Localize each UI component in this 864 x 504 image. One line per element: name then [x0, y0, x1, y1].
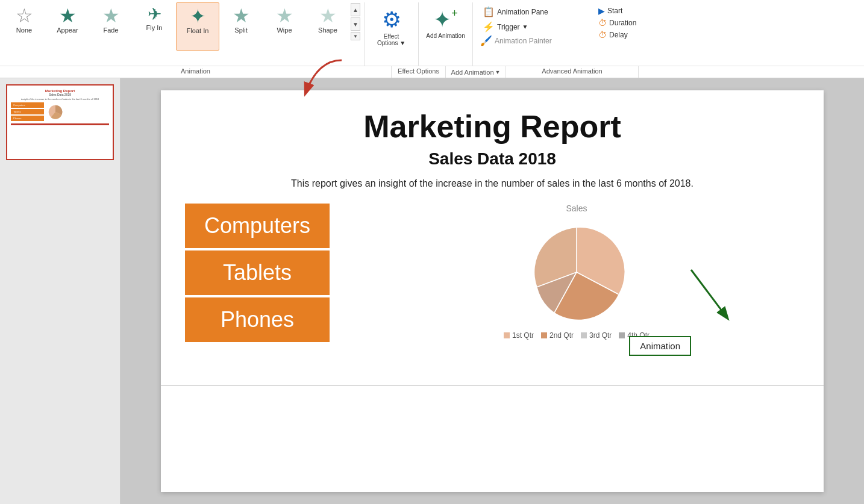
trigger-label: Trigger	[497, 23, 520, 31]
animation-painter-button[interactable]: 🖌️ Animation Painter	[480, 35, 552, 46]
slide-thumbnail[interactable]: Marketing Report Sales Data 2018 insight…	[6, 84, 114, 160]
wipe-icon: ★	[276, 6, 293, 25]
painter-icon: 🖌️	[480, 35, 492, 46]
legend-2nd-qtr-dot	[541, 332, 547, 338]
slide-subtitle: Sales Data 2018	[185, 149, 800, 169]
animation-fade[interactable]: ★ Fade	[89, 2, 133, 51]
fade-label: Fade	[103, 26, 118, 34]
advanced-animation-bottom-label: Advanced Animation	[506, 66, 639, 78]
split-icon: ★	[233, 6, 250, 25]
effect-options-bottom-label: Effect Options	[392, 66, 446, 78]
animation-shape[interactable]: ★ Shape	[306, 2, 349, 51]
slide-body: Computers Tablets Phones Sales Animation	[185, 204, 800, 342]
animation-float-in[interactable]: ✦ Float In	[176, 2, 219, 51]
appear-icon: ★	[59, 6, 77, 25]
duration-control[interactable]: ⏱ Duration	[598, 17, 661, 29]
thumb-box-phones: Phones	[11, 116, 44, 121]
animation-group-bottom-label: Animation	[0, 66, 392, 78]
thumb-desc: insight of the increase in the number of…	[11, 98, 109, 101]
animation-split[interactable]: ★ Split	[219, 2, 263, 51]
none-label: None	[16, 26, 32, 34]
appear-label: Appear	[57, 26, 78, 34]
legend-3rd-qtr-dot	[581, 332, 587, 338]
ribbon: ☆ None ★ Appear ★ Fade ✈ Fly In	[0, 0, 864, 78]
product-boxes: Computers Tablets Phones	[185, 204, 330, 342]
slide-title: Marketing Report	[185, 108, 800, 145]
slide-panel: Marketing Report Sales Data 2018 insight…	[0, 78, 121, 504]
legend-2nd-qtr: 2nd Qtr	[541, 331, 574, 340]
add-animation-group: ✦+ Add Animation	[419, 2, 473, 66]
slide-horizontal-line	[161, 385, 824, 386]
trigger-button[interactable]: ⚡ Trigger ▼	[480, 20, 552, 34]
start-icon: ▶	[598, 6, 605, 16]
animation-pane-button[interactable]: 📋 Animation Pane	[480, 5, 552, 19]
legend-1st-qtr: 1st Qtr	[504, 331, 534, 340]
animation-annotation-box: Animation	[629, 336, 691, 356]
fade-icon: ★	[102, 6, 120, 25]
legend-4th-qtr-dot	[619, 332, 625, 338]
fly-in-label: Fly In	[146, 24, 163, 31]
chart-title: Sales	[354, 204, 800, 213]
start-label: Start	[607, 7, 622, 15]
float-in-icon: ✦	[190, 7, 206, 26]
scroll-more-btn[interactable]: ▼	[351, 32, 360, 40]
slide-main: Marketing Report Sales Data 2018 This re…	[161, 90, 824, 492]
animation-painter-label: Animation Painter	[495, 37, 552, 45]
legend-1st-qtr-dot	[504, 332, 510, 338]
animation-group: ☆ None ★ Appear ★ Fade ✈ Fly In	[0, 2, 365, 66]
none-icon: ☆	[16, 6, 33, 25]
thumb-box-tablets: Tablets	[11, 109, 44, 114]
pie-chart	[522, 218, 631, 326]
scroll-down-btn[interactable]: ▼	[351, 17, 360, 31]
add-animation-bottom-label: Add Animation ▼	[446, 66, 506, 78]
delay-label: Delay	[609, 31, 628, 39]
effect-options-button[interactable]: ⚙ EffectOptions ▼	[369, 5, 413, 63]
animation-pane-label: Animation Pane	[497, 8, 548, 16]
legend-2nd-qtr-label: 2nd Qtr	[549, 331, 574, 340]
start-control[interactable]: ▶ Start	[598, 5, 661, 17]
trigger-icon: ⚡	[483, 21, 495, 33]
thumb-box-computers: Computers	[11, 102, 44, 108]
animation-none[interactable]: ☆ None	[2, 2, 46, 51]
product-box-computers: Computers	[185, 204, 330, 248]
delay-icon: ⏱	[598, 30, 607, 40]
float-in-label: Float In	[187, 27, 209, 34]
pie-chart-container: 1st Qtr 2nd Qtr 3rd Qtr	[354, 218, 800, 340]
shape-label: Shape	[318, 26, 337, 34]
animation-pane-icon: 📋	[483, 6, 495, 17]
chart-area: Sales Animation	[354, 204, 800, 340]
shape-icon: ★	[319, 6, 337, 25]
animation-wipe[interactable]: ★ Wipe	[263, 2, 306, 51]
thumb-subtitle: Sales Data 2018	[11, 93, 109, 96]
legend-3rd-qtr: 3rd Qtr	[581, 331, 612, 340]
effect-options-icon: ⚙	[382, 7, 401, 33]
delay-control[interactable]: ⏱ Delay	[598, 29, 661, 41]
duration-label: Duration	[609, 19, 636, 27]
thumb-pie-chart	[46, 103, 64, 121]
fly-in-icon: ✈	[148, 6, 161, 23]
split-label: Split	[234, 26, 247, 34]
wipe-label: Wipe	[277, 26, 292, 34]
slide-content-area: Marketing Report Sales Data 2018 This re…	[121, 78, 864, 504]
legend-3rd-qtr-label: 3rd Qtr	[589, 331, 612, 340]
ribbon-scroll: ▲ ▼ ▼	[351, 2, 360, 41]
add-animation-icon: ✦+	[433, 7, 458, 33]
add-animation-label: Add Animation	[426, 33, 465, 39]
product-box-tablets: Tablets	[185, 250, 330, 295]
effect-options-label: EffectOptions ▼	[377, 33, 405, 46]
chart-legend: 1st Qtr 2nd Qtr 3rd Qtr	[504, 331, 650, 340]
slide-description: This report gives an insight of the incr…	[185, 178, 800, 189]
animation-items: ☆ None ★ Appear ★ Fade ✈ Fly In	[2, 2, 362, 66]
product-box-phones: Phones	[185, 297, 330, 342]
duration-icon: ⏱	[598, 18, 607, 28]
main-area: Marketing Report Sales Data 2018 insight…	[0, 78, 864, 504]
scroll-up-btn[interactable]: ▲	[351, 3, 360, 16]
timing-group: ▶ Start ⏱ Duration ⏱ Delay	[593, 2, 666, 66]
add-animation-button[interactable]: ✦+ Add Animation	[424, 5, 468, 42]
animation-fly-in[interactable]: ✈ Fly In	[133, 2, 176, 51]
advanced-animation-group: 📋 Animation Pane ⚡ Trigger ▼ 🖌️ Animatio…	[473, 2, 593, 66]
legend-1st-qtr-label: 1st Qtr	[512, 331, 534, 340]
effect-options-group: ⚙ EffectOptions ▼	[365, 2, 419, 66]
animation-appear[interactable]: ★ Appear	[46, 2, 89, 51]
